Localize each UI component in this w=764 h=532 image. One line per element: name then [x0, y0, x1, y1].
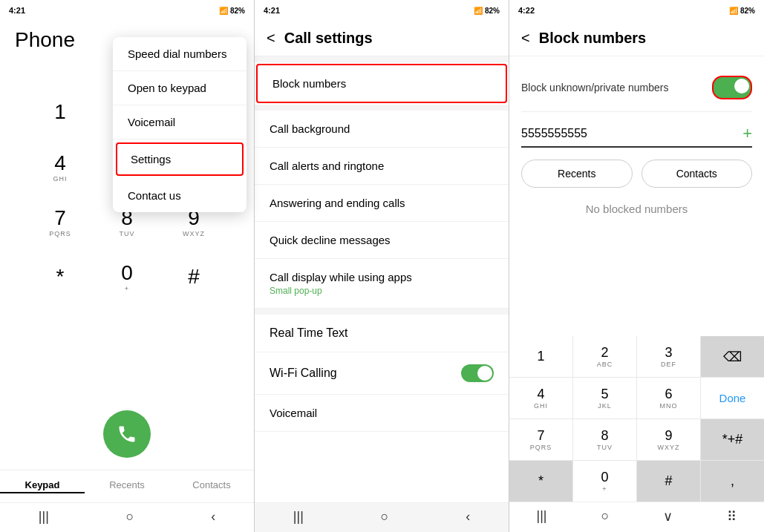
settings-item-rtt: Real Time Text: [255, 315, 509, 352]
key-0[interactable]: 0+: [97, 254, 157, 301]
settings-title: Call settings: [284, 30, 373, 47]
numkey-comma[interactable]: ,: [701, 461, 764, 502]
unknown-numbers-toggle[interactable]: [712, 76, 752, 99]
numkey-2[interactable]: 2ABC: [573, 336, 636, 377]
numkey-9[interactable]: 9WXYZ: [637, 419, 700, 460]
numkey-6[interactable]: 6MNO: [637, 378, 700, 418]
dropdown-menu: Speed dial numbers Open to keypad Voicem…: [113, 37, 246, 212]
menu-item-voicemail[interactable]: Voicemail: [113, 105, 246, 139]
settings-header: < Call settings: [255, 21, 509, 56]
status-bar-1: 4:21 📶 82%: [0, 0, 254, 21]
unknown-numbers-toggle-row: Block unknown/private numbers: [521, 68, 752, 112]
settings-item-block-numbers[interactable]: Block numbers: [256, 64, 507, 103]
call-button-area: [0, 398, 254, 470]
key-hash[interactable]: #: [164, 254, 223, 301]
tab-recents[interactable]: Recents: [85, 476, 169, 493]
nav-menu-icon-2[interactable]: |||: [293, 509, 304, 525]
numkey-hash[interactable]: #: [637, 461, 700, 502]
block-header: < Block numbers: [509, 21, 764, 56]
numkey-1[interactable]: 1: [509, 336, 572, 377]
numkey-star[interactable]: *: [509, 461, 572, 502]
nav-home-icon-2[interactable]: ○: [381, 509, 389, 525]
tab-contacts[interactable]: Contacts: [169, 476, 254, 493]
settings-item-call-display[interactable]: Call display while using apps Small pop-…: [255, 259, 509, 309]
block-content: Block unknown/private numbers + Recents …: [509, 56, 764, 336]
settings-list: Block numbers Call background Call alert…: [255, 62, 509, 502]
settings-panel: 4:21 📶 82% < Call settings Block numbers…: [255, 0, 509, 532]
settings-item-answering[interactable]: Answering and ending calls: [255, 185, 509, 222]
numkey-7[interactable]: 7PQRS: [509, 419, 572, 460]
settings-item-wifi-calling[interactable]: Wi-Fi Calling: [255, 352, 509, 395]
nav-home-icon-3[interactable]: ○: [601, 508, 610, 525]
nav-back-icon-2[interactable]: ‹: [466, 509, 470, 525]
menu-item-contact-us[interactable]: Contact us: [113, 179, 246, 212]
nav-down-icon[interactable]: ∨: [663, 508, 673, 525]
nav-menu-icon-3[interactable]: |||: [537, 508, 547, 525]
nav-bar-3: ||| ○ ∨ ⠿: [509, 502, 764, 532]
status-icons-3: 📶 82%: [729, 7, 755, 15]
nav-menu-icon[interactable]: |||: [39, 509, 49, 525]
numkey-8[interactable]: 8TUV: [573, 419, 636, 460]
nav-grid-icon[interactable]: ⠿: [727, 508, 737, 525]
settings-item-call-alerts[interactable]: Call alerts and ringtone: [255, 148, 509, 185]
call-button[interactable]: [103, 410, 151, 458]
key-4[interactable]: 4GHI: [30, 144, 90, 191]
numkey-special[interactable]: *+#: [701, 419, 764, 460]
status-bar-3: 4:22 📶 82%: [509, 0, 764, 21]
numkey-4[interactable]: 4GHI: [509, 378, 572, 418]
number-keyboard: 1 2ABC 3DEF ⌫ 4GHI 5JKL 6MNO Done 7PQRS …: [509, 336, 764, 502]
nav-home-icon[interactable]: ○: [126, 509, 134, 525]
nav-bar-2: ||| ○ ‹: [255, 502, 509, 532]
phone-input-row: +: [521, 124, 752, 148]
numkey-delete[interactable]: ⌫: [701, 336, 764, 377]
status-bar-2: 4:21 📶 82%: [255, 0, 509, 21]
menu-item-settings[interactable]: Settings: [116, 142, 244, 176]
settings-item-quick-decline[interactable]: Quick decline messages: [255, 222, 509, 259]
status-icons-1: 📶 82%: [219, 7, 245, 15]
add-number-icon[interactable]: +: [742, 124, 752, 143]
nav-back-icon[interactable]: ‹: [211, 509, 215, 525]
back-arrow-settings[interactable]: <: [267, 30, 275, 47]
numkey-done[interactable]: Done: [701, 378, 764, 418]
section-divider: [255, 105, 509, 111]
status-time-1: 4:21: [9, 6, 25, 15]
status-time-2: 4:21: [264, 6, 280, 15]
toggle-label: Block unknown/private numbers: [521, 82, 668, 93]
numkey-0[interactable]: 0+: [573, 461, 636, 502]
bottom-tabs: Keypad Recents Contacts: [0, 470, 254, 502]
block-panel: 4:22 📶 82% < Block numbers Block unknown…: [509, 0, 764, 532]
settings-item-voicemail[interactable]: Voicemail: [255, 395, 509, 432]
wifi-calling-toggle[interactable]: [461, 364, 494, 382]
filter-row: Recents Contacts: [521, 160, 752, 188]
phone-panel: 4:21 📶 82% Phone Speed dial numbers Open…: [0, 0, 255, 532]
key-7[interactable]: 7PQRS: [30, 199, 90, 246]
settings-item-call-background[interactable]: Call background: [255, 111, 509, 148]
nav-bar-1: ||| ○ ‹: [0, 502, 254, 532]
tab-keypad[interactable]: Keypad: [0, 476, 85, 493]
status-time-3: 4:22: [518, 6, 535, 15]
status-icons-2: 📶 82%: [474, 7, 500, 15]
block-title: Block numbers: [539, 30, 646, 47]
numkey-5[interactable]: 5JKL: [573, 378, 636, 418]
menu-item-speed-dial[interactable]: Speed dial numbers: [113, 37, 246, 71]
no-blocked-text: No blocked numbers: [521, 203, 752, 215]
back-arrow-block[interactable]: <: [521, 30, 530, 47]
phone-number-input[interactable]: [521, 127, 742, 140]
numkey-3[interactable]: 3DEF: [637, 336, 700, 377]
key-1[interactable]: 1: [30, 89, 90, 137]
recents-filter-button[interactable]: Recents: [521, 160, 633, 188]
menu-item-open-keypad[interactable]: Open to keypad: [113, 71, 246, 105]
key-star[interactable]: *: [30, 254, 90, 301]
contacts-filter-button[interactable]: Contacts: [641, 160, 753, 188]
section-divider-2: [255, 309, 509, 315]
